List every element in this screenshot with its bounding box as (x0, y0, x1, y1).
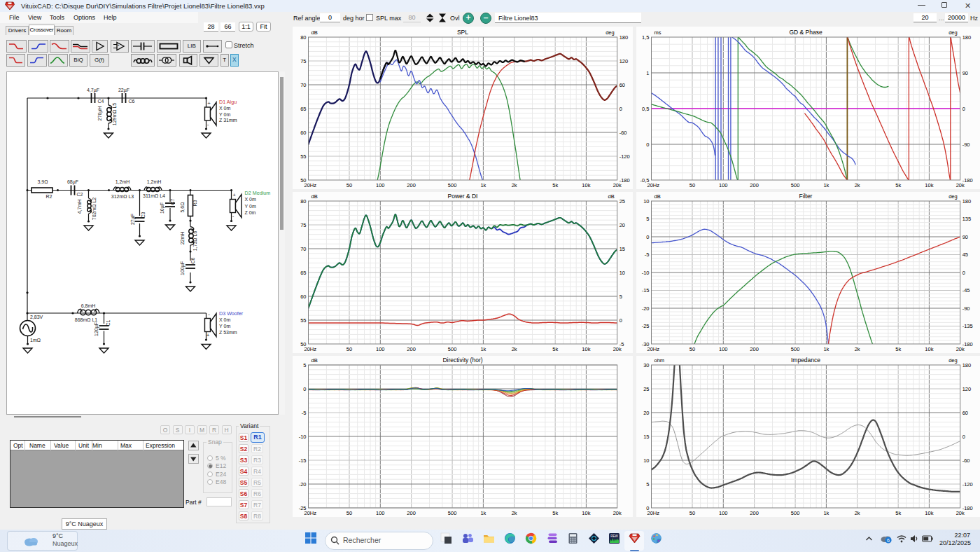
svg-text:20k: 20k (956, 182, 965, 188)
svg-text:100: 100 (376, 510, 385, 516)
svg-text:180: 180 (620, 34, 629, 41)
svg-text:5k: 5k (895, 510, 901, 516)
svg-text:C1: C1 (106, 319, 111, 326)
svg-text:-10: -10 (642, 270, 650, 276)
svg-text:55: 55 (300, 317, 306, 324)
svg-text:C7: C7 (170, 198, 175, 205)
svg-text:1k: 1k (480, 346, 486, 352)
svg-text:5: 5 (303, 362, 306, 368)
svg-text:10k: 10k (582, 346, 590, 352)
svg-text:10k: 10k (925, 346, 933, 352)
svg-text:5k: 5k (552, 346, 558, 352)
svg-text:5k: 5k (895, 346, 901, 352)
svg-text:R3: R3 (192, 200, 197, 206)
svg-text:deg: deg (606, 29, 615, 36)
svg-text:60: 60 (300, 130, 306, 136)
svg-text:120: 120 (620, 58, 629, 64)
svg-text:70: 70 (300, 82, 306, 88)
svg-text:20k: 20k (956, 346, 965, 352)
svg-text:D2 Medium: D2 Medium (245, 190, 271, 196)
svg-text:Impedance: Impedance (791, 357, 820, 364)
svg-text:20k: 20k (613, 182, 622, 188)
svg-text:100: 100 (719, 510, 728, 516)
svg-text:100: 100 (376, 182, 385, 188)
svg-text:6: 6 (887, 538, 890, 543)
svg-text:200: 200 (407, 346, 416, 352)
svg-text:-10: -10 (299, 434, 307, 440)
svg-text:ms: ms (654, 29, 662, 36)
svg-text:Z 53mm: Z 53mm (219, 330, 237, 335)
svg-text:55: 55 (300, 153, 306, 160)
svg-text:20Hz: 20Hz (648, 346, 660, 352)
svg-text:180: 180 (962, 362, 972, 368)
svg-text:100: 100 (376, 346, 385, 352)
svg-text:+: + (207, 100, 211, 106)
svg-text:D1 Aigu: D1 Aigu (219, 99, 237, 105)
svg-text:100: 100 (719, 182, 728, 188)
svg-text:Filter: Filter (799, 193, 813, 200)
svg-text:-15: -15 (299, 457, 307, 464)
svg-text:500: 500 (448, 182, 457, 188)
svg-text:20k: 20k (613, 510, 622, 516)
svg-text:SPL: SPL (457, 29, 468, 36)
svg-text:10: 10 (620, 270, 625, 276)
svg-text:C6: C6 (129, 99, 135, 104)
svg-text:30: 30 (643, 362, 649, 368)
svg-text:20Hz: 20Hz (304, 510, 317, 516)
svg-text:-5: -5 (302, 410, 307, 416)
svg-text:120: 120 (962, 386, 972, 392)
svg-text:1k: 1k (823, 182, 829, 188)
svg-text:270µH: 270µH (97, 106, 103, 121)
svg-text:-15: -15 (642, 287, 650, 294)
svg-text:10k: 10k (925, 510, 933, 516)
svg-text:-20: -20 (299, 481, 307, 488)
svg-text:-: - (208, 311, 210, 317)
svg-text:6,8mH: 6,8mH (81, 303, 96, 308)
svg-text:deg: deg (948, 29, 958, 36)
svg-text:2k: 2k (512, 510, 517, 516)
svg-text:+: + (232, 192, 236, 198)
svg-text:702mΩ L2: 702mΩ L2 (92, 198, 97, 221)
svg-text:200: 200 (750, 510, 759, 516)
svg-text:5: 5 (646, 481, 649, 488)
svg-text:50: 50 (690, 510, 695, 516)
svg-text:500: 500 (448, 510, 457, 516)
svg-text:deg: deg (948, 357, 958, 364)
svg-text:REW: REW (610, 534, 618, 538)
svg-text:4,7mH: 4,7mH (77, 200, 82, 214)
svg-text:-5: -5 (645, 251, 650, 258)
svg-text:100µF: 100µF (180, 261, 186, 275)
svg-text:Y 0m: Y 0m (245, 204, 256, 209)
svg-text:dB: dB (608, 193, 615, 200)
svg-text:dB: dB (312, 357, 318, 364)
svg-text:Power & DI: Power & DI (448, 193, 478, 200)
svg-text:0,5: 0,5 (642, 106, 649, 112)
svg-text:R2: R2 (46, 194, 52, 199)
svg-text:500: 500 (791, 182, 800, 188)
svg-text:dB: dB (312, 29, 318, 36)
svg-text:D3 Woofer: D3 Woofer (219, 310, 244, 317)
svg-text:+: + (117, 43, 119, 47)
svg-text:X 0m: X 0m (219, 317, 231, 322)
svg-text:1k: 1k (480, 510, 486, 516)
svg-text:deg: deg (948, 193, 958, 200)
svg-text:200: 200 (407, 510, 416, 516)
svg-text:22mH: 22mH (180, 232, 185, 245)
svg-text:0: 0 (646, 234, 649, 240)
svg-text:200: 200 (750, 182, 759, 188)
svg-text:20: 20 (620, 222, 625, 228)
svg-text:45: 45 (962, 251, 968, 258)
svg-text:312mΩ L3: 312mΩ L3 (111, 194, 134, 199)
svg-text:dB: dB (312, 193, 318, 200)
svg-text:129mΩ L5: 129mΩ L5 (112, 103, 117, 126)
svg-text:100: 100 (719, 346, 728, 352)
svg-text:Y 0m: Y 0m (219, 112, 230, 117)
svg-text:50: 50 (690, 182, 695, 188)
svg-text:500: 500 (791, 346, 800, 352)
svg-text:90: 90 (962, 234, 968, 240)
svg-text:20Hz: 20Hz (304, 346, 317, 352)
svg-text:15: 15 (620, 246, 625, 252)
svg-text:10: 10 (643, 198, 649, 205)
svg-text:50: 50 (346, 510, 352, 516)
svg-text:5k: 5k (552, 182, 558, 188)
